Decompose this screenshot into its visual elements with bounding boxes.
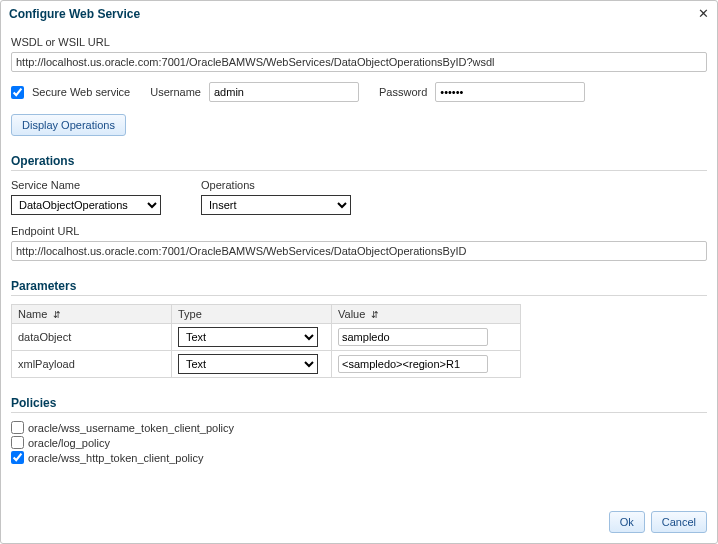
param-value-input[interactable]	[338, 355, 488, 373]
policy-list: oracle/wss_username_token_client_policy …	[11, 421, 707, 464]
parameters-heading: Parameters	[11, 279, 707, 293]
col-type[interactable]: Type	[172, 305, 332, 324]
policy-item: oracle/log_policy	[11, 436, 707, 449]
table-row: dataObject Text	[12, 324, 521, 351]
param-type-select[interactable]: Text	[178, 354, 318, 374]
dialog-header: Configure Web Service ✕	[1, 1, 717, 24]
policy-label: oracle/wss_http_token_client_policy	[28, 452, 204, 464]
col-name[interactable]: Name ⇵	[12, 305, 172, 324]
param-type-select[interactable]: Text	[178, 327, 318, 347]
operations-selectors: Service Name DataObjectOperations Operat…	[11, 179, 707, 215]
policy-checkbox[interactable]	[11, 421, 24, 434]
operations-select[interactable]: Insert	[201, 195, 351, 215]
username-input[interactable]	[209, 82, 359, 102]
ok-button[interactable]: Ok	[609, 511, 645, 533]
secure-row: Secure Web service Username Password	[11, 82, 707, 102]
cancel-button[interactable]: Cancel	[651, 511, 707, 533]
dialog-title: Configure Web Service	[9, 7, 140, 21]
policy-label: oracle/wss_username_token_client_policy	[28, 422, 234, 434]
table-row: xmlPayload Text	[12, 351, 521, 378]
service-name-select[interactable]: DataObjectOperations	[11, 195, 161, 215]
close-icon[interactable]: ✕	[698, 6, 709, 21]
password-input[interactable]	[435, 82, 585, 102]
parameters-table: Name ⇵ Type Value ⇵ dataObject	[11, 304, 521, 378]
display-operations-button[interactable]: Display Operations	[11, 114, 126, 136]
sort-icon[interactable]: ⇵	[371, 310, 379, 320]
operations-label: Operations	[201, 179, 351, 191]
policy-label: oracle/log_policy	[28, 437, 110, 449]
policy-checkbox[interactable]	[11, 436, 24, 449]
secure-label: Secure Web service	[32, 86, 130, 98]
sort-icon[interactable]: ⇵	[53, 310, 61, 320]
secure-checkbox[interactable]	[11, 86, 24, 99]
endpoint-url-input[interactable]	[11, 241, 707, 261]
param-name-cell: xmlPayload	[12, 351, 172, 378]
username-label: Username	[150, 86, 201, 98]
dialog-body: WSDL or WSIL URL Secure Web service User…	[1, 24, 717, 505]
endpoint-url-label: Endpoint URL	[11, 225, 707, 237]
configure-web-service-dialog: Configure Web Service ✕ WSDL or WSIL URL…	[0, 0, 718, 544]
wsdl-url-input[interactable]	[11, 52, 707, 72]
policy-item: oracle/wss_username_token_client_policy	[11, 421, 707, 434]
policy-checkbox[interactable]	[11, 451, 24, 464]
wsdl-url-label: WSDL or WSIL URL	[11, 36, 707, 48]
param-name-cell: dataObject	[12, 324, 172, 351]
password-label: Password	[379, 86, 427, 98]
policies-heading: Policies	[11, 396, 707, 410]
param-value-input[interactable]	[338, 328, 488, 346]
col-value[interactable]: Value ⇵	[332, 305, 521, 324]
policy-item: oracle/wss_http_token_client_policy	[11, 451, 707, 464]
service-name-label: Service Name	[11, 179, 161, 191]
operations-heading: Operations	[11, 154, 707, 168]
dialog-footer: Ok Cancel	[1, 505, 717, 543]
